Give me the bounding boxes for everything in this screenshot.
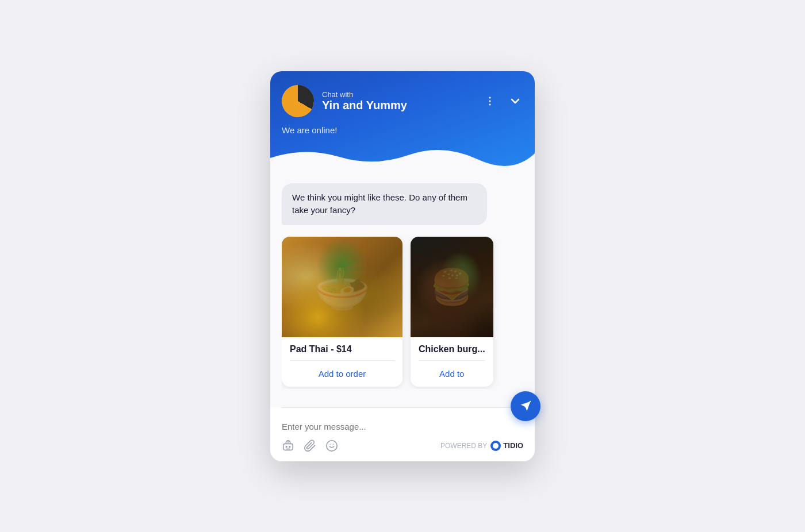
tidio-logo-icon bbox=[490, 441, 501, 451]
attachment-icon-button[interactable] bbox=[304, 440, 316, 452]
minimize-button[interactable] bbox=[507, 93, 523, 109]
svg-point-2 bbox=[489, 103, 491, 105]
chat-footer: POWERED BY TIDIO bbox=[282, 437, 523, 452]
pad-thai-action: Add to order bbox=[290, 360, 394, 387]
powered-by: POWERED BY TIDIO bbox=[440, 441, 523, 451]
chicken-burger-action: Add to bbox=[419, 360, 485, 387]
products-scroll[interactable]: Pad Thai - $14 Add to order Chicken burg… bbox=[282, 237, 523, 389]
chat-widget: Chat with Yin and Yummy bbox=[270, 71, 535, 461]
chat-divider bbox=[282, 407, 523, 408]
chat-input-area: POWERED BY TIDIO bbox=[270, 407, 535, 461]
brand-name: Yin and Yummy bbox=[322, 99, 407, 112]
svg-point-0 bbox=[489, 97, 491, 98]
svg-point-1 bbox=[489, 100, 491, 102]
chevron-down-icon bbox=[509, 95, 521, 107]
pad-thai-info: Pad Thai - $14 Add to order bbox=[282, 337, 402, 387]
online-status: We are online! bbox=[282, 125, 523, 135]
header-left: Chat with Yin and Yummy bbox=[282, 85, 407, 117]
powered-by-label: POWERED BY bbox=[440, 442, 487, 450]
product-card-pad-thai: Pad Thai - $14 Add to order bbox=[282, 237, 402, 387]
chicken-burger-name: Chicken burg... bbox=[419, 344, 485, 354]
chicken-burger-image bbox=[411, 237, 493, 337]
emoji-icon-button[interactable] bbox=[325, 440, 338, 452]
add-to-order-chicken-burger-button[interactable]: Add to bbox=[419, 367, 485, 381]
product-card-chicken-burger: Chicken burg... Add to bbox=[411, 237, 493, 387]
send-icon bbox=[520, 400, 531, 412]
chat-widget-wrapper: Chat with Yin and Yummy bbox=[270, 71, 535, 461]
avatar bbox=[282, 85, 314, 117]
message-input[interactable] bbox=[282, 416, 523, 437]
bot-icon bbox=[282, 440, 294, 452]
bot-message-text: We think you might like these. Do any of… bbox=[292, 192, 467, 215]
chicken-burger-info: Chicken burg... Add to bbox=[411, 337, 493, 387]
more-options-icon bbox=[484, 95, 496, 107]
paperclip-icon bbox=[304, 440, 316, 452]
header-title: Chat with Yin and Yummy bbox=[322, 90, 407, 112]
svg-point-4 bbox=[286, 446, 287, 447]
tidio-logo: TIDIO bbox=[490, 441, 523, 451]
more-options-button[interactable] bbox=[482, 93, 498, 109]
chat-body: We think you might like these. Do any of… bbox=[270, 169, 535, 407]
bot-icon-button[interactable] bbox=[282, 440, 294, 452]
send-button[interactable] bbox=[511, 391, 540, 421]
emoji-icon bbox=[325, 440, 338, 452]
wave-separator bbox=[270, 147, 535, 169]
tidio-brand-name: TIDIO bbox=[503, 441, 523, 450]
pad-thai-name: Pad Thai - $14 bbox=[290, 344, 394, 354]
svg-point-6 bbox=[327, 440, 337, 450]
chat-header-top: Chat with Yin and Yummy bbox=[282, 85, 523, 117]
header-actions bbox=[482, 93, 523, 109]
pad-thai-image bbox=[282, 237, 402, 337]
chat-header: Chat with Yin and Yummy bbox=[270, 71, 535, 169]
bot-message-bubble: We think you might like these. Do any of… bbox=[282, 183, 487, 225]
svg-point-5 bbox=[289, 446, 290, 447]
footer-icons bbox=[282, 440, 338, 452]
chat-with-label: Chat with bbox=[322, 90, 407, 99]
add-to-order-pad-thai-button[interactable]: Add to order bbox=[290, 367, 394, 381]
